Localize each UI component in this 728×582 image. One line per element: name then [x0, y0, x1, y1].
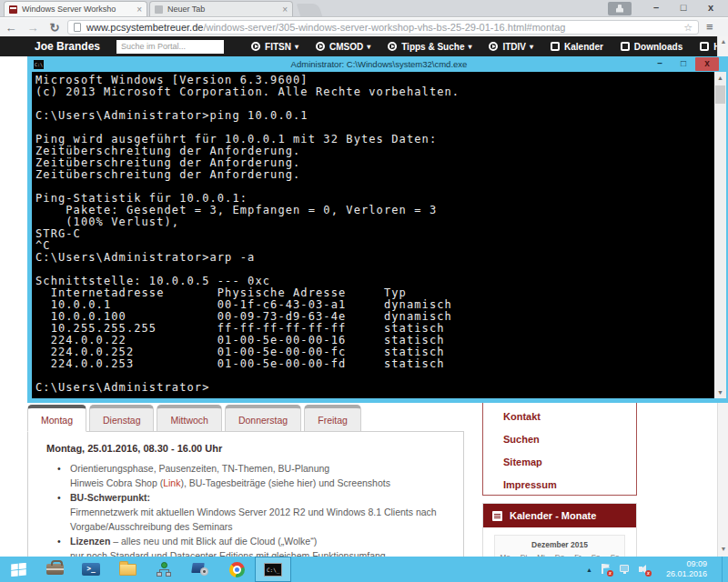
media-computer-glyph	[192, 563, 208, 576]
console-output: Microsoft Windows [Version 6.3.9600] (c)…	[32, 72, 726, 394]
tab-favicon	[9, 5, 17, 14]
cmd-window: C:\ Administrator: C:\Windows\system32\c…	[27, 56, 728, 403]
action-center-flag-icon[interactable]: x	[600, 564, 612, 575]
tray-expand-icon[interactable]: ▲	[586, 567, 592, 573]
nav-item-label: FITSN	[265, 42, 291, 52]
calendar-icon	[492, 511, 502, 521]
cmd-console[interactable]: Microsoft Windows [Version 6.3.9600] (c)…	[32, 72, 726, 398]
network-tree-icon[interactable]	[146, 557, 182, 582]
volume-muted-icon[interactable]: x	[638, 564, 650, 575]
bullet-item: Orientierungsphase, Pausenzeiten, TN-The…	[46, 461, 463, 490]
nav-item-downloads[interactable]: Downloads	[621, 42, 682, 52]
square-icon	[700, 42, 709, 51]
square-icon	[621, 42, 630, 51]
profile-button[interactable]	[608, 2, 632, 15]
cmd-close-button[interactable]: x	[695, 57, 719, 71]
circle-play-icon	[316, 42, 325, 51]
network-status-icon[interactable]	[619, 564, 631, 575]
square-icon	[551, 42, 560, 51]
tab-close-icon[interactable]: ×	[133, 5, 142, 15]
scroll-up-icon[interactable]: ▲	[718, 36, 728, 47]
scroll-down-icon[interactable]: ▼	[718, 544, 728, 555]
nav-item-kalender[interactable]: Kalender	[551, 42, 603, 52]
console-scroll-up-icon[interactable]: ▲	[714, 72, 726, 84]
maximize-button[interactable]: □	[670, 1, 697, 15]
cmd-maximize-button[interactable]: □	[672, 57, 695, 71]
powershell-icon[interactable]: >_	[73, 557, 109, 582]
chevron-down-icon: ▾	[468, 43, 471, 51]
day-tab-mittwoch[interactable]: Mittwoch	[157, 405, 221, 432]
bullet-item: BU-Schwerpunkt:Firmennetzwerk mit aktuel…	[46, 490, 463, 534]
nav-item-label: Tipps & Suche	[401, 42, 464, 52]
browser-window-controls: – □ x	[608, 1, 724, 15]
cmd-title-bar[interactable]: C:\ Administrator: C:\Windows\system32\c…	[32, 56, 726, 72]
day-heading: Montag, 25.01.2016, 08.30 - 16.00 Uhr	[46, 443, 463, 454]
day-tabs: MontagDienstagMittwochDonnerstagFreitag	[27, 405, 361, 432]
media-computer-icon[interactable]	[182, 557, 218, 582]
nav-item-fitsn[interactable]: FITSN▾	[251, 42, 298, 52]
site-nav-items: FITSN▾CMSOD▾Tipps & Suche▾ITDIV▾Kalender…	[251, 42, 728, 52]
nav-item-cmsod[interactable]: CMSOD▾	[316, 42, 370, 52]
system-tray: ▲ x x 09:09 26.01.2016	[586, 557, 728, 582]
url-host: www.pcsystembetreuer.de	[86, 22, 203, 33]
bookmark-star-icon[interactable]: ☆	[678, 22, 693, 34]
nav-item-label: Kalender	[564, 42, 603, 52]
tab-title: Windows Server Worksho	[22, 5, 133, 14]
day-tab-donnerstag[interactable]: Donnerstag	[225, 405, 301, 432]
sidebar-link-impressum[interactable]: Impressum	[503, 479, 636, 502]
cmd-taskbar-icon[interactable]: C:\_	[255, 557, 291, 582]
cmd-minimize-button[interactable]: –	[648, 57, 672, 71]
start-button[interactable]	[0, 557, 36, 582]
show-desktop-button[interactable]	[722, 557, 728, 582]
tab-favicon	[155, 5, 163, 14]
console-scroll-down-icon[interactable]: ▼	[714, 386, 726, 398]
tab-close-icon[interactable]: ×	[278, 5, 288, 15]
server-manager-icon[interactable]	[36, 557, 73, 582]
cmd-window-buttons: – □ x	[648, 57, 719, 71]
cmd-window-title: Administrator: C:\Windows\system32\cmd.e…	[32, 59, 726, 69]
calendar-header: Kalender - Monate	[483, 504, 636, 527]
console-scrollbar-thumb[interactable]	[715, 85, 725, 104]
network-tree-glyph	[156, 562, 172, 577]
search-input[interactable]	[116, 40, 224, 54]
back-button[interactable]: ←	[0, 21, 22, 35]
chrome-glyph	[229, 562, 245, 577]
circle-play-icon	[489, 42, 498, 51]
day-tab-montag[interactable]: Montag	[27, 405, 86, 432]
browser-tab[interactable]: Neuer Tab×	[149, 1, 293, 16]
clock-date: 26.01.2016	[666, 569, 707, 579]
minimize-button[interactable]: –	[642, 1, 670, 15]
close-button[interactable]: x	[697, 1, 724, 15]
browser-toolbar: ← → ↻ www.pcsystembetreuer.de /windows-s…	[0, 18, 728, 36]
taskbar-clock[interactable]: 09:09 26.01.2016	[666, 559, 707, 579]
calendar-title: Kalender - Monate	[510, 510, 596, 521]
inline-link[interactable]: Link	[163, 477, 180, 488]
nav-item-label: ITDIV	[502, 42, 526, 52]
taskbar: >_ C:\_ ▲ x x 09:09 26.01.2016	[0, 557, 728, 582]
browser-menu-icon[interactable]: ≡	[706, 19, 721, 35]
toolbox-icon	[46, 564, 64, 575]
address-bar[interactable]: www.pcsystembetreuer.de /windows-server/…	[67, 20, 699, 35]
new-tab-button[interactable]	[297, 4, 323, 16]
tab-title: Neuer Tab	[167, 5, 278, 14]
day-tab-freitag[interactable]: Freitag	[304, 405, 361, 432]
chevron-down-icon: ▾	[295, 43, 298, 51]
forward-button[interactable]: →	[22, 21, 44, 35]
nav-item-itdiv[interactable]: ITDIV▾	[489, 42, 533, 52]
sidebar-link-suchen[interactable]: Suchen	[503, 434, 636, 457]
day-tab-dienstag[interactable]: Dienstag	[89, 405, 154, 432]
reload-button[interactable]: ↻	[44, 21, 66, 35]
nav-item-tipps-suche[interactable]: Tipps & Suche▾	[388, 42, 471, 52]
powershell-glyph: >_	[82, 563, 100, 576]
sidebar-link-sitemap[interactable]: Sitemap	[503, 457, 636, 479]
folder-icon	[119, 564, 136, 576]
browser-tab[interactable]: Windows Server Worksho×	[4, 1, 147, 16]
url-path: /windows-server/305-windows-server-works…	[203, 22, 678, 33]
circle-play-icon	[388, 42, 397, 51]
chrome-icon[interactable]	[218, 557, 255, 582]
sidebar-link-kontakt[interactable]: Kontakt	[503, 411, 636, 434]
console-scrollbar[interactable]: ▲ ▼	[714, 72, 726, 398]
file-explorer-icon[interactable]	[109, 557, 146, 582]
nav-item-label: Downloads	[634, 42, 682, 52]
brand-name[interactable]: Joe Brandes	[35, 40, 100, 53]
